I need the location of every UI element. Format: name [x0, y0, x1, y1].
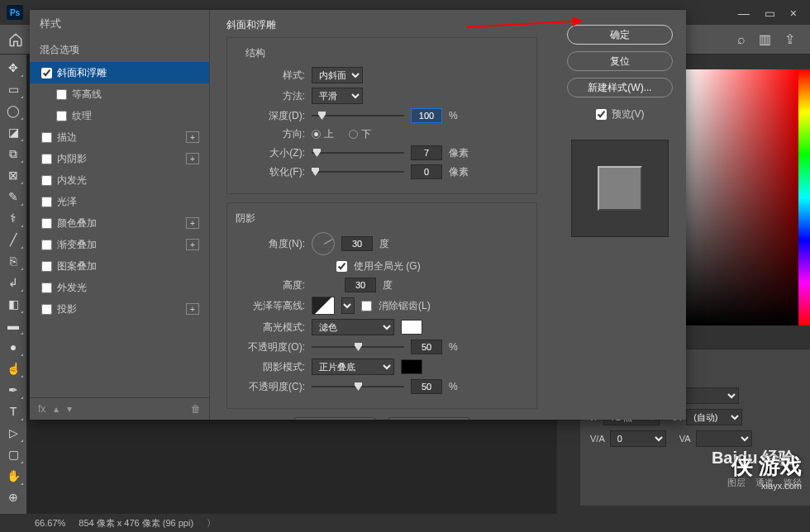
zoom-tool[interactable]: ⊕	[2, 487, 24, 507]
crop-tool[interactable]: ⧉	[2, 144, 24, 164]
tracking-select[interactable]	[696, 430, 752, 447]
highlight-mode-select[interactable]: 滤色	[312, 319, 394, 335]
move-up-icon[interactable]: ▴	[54, 403, 59, 415]
soften-slider[interactable]	[312, 166, 404, 178]
add-effect-icon[interactable]: +	[186, 153, 199, 164]
gradient-tool[interactable]: ▬	[2, 316, 24, 335]
cancel-button[interactable]: 复位	[567, 51, 673, 71]
style-item-内发光[interactable]: 内发光	[30, 169, 209, 191]
hue-slider[interactable]	[798, 69, 810, 325]
lasso-tool[interactable]: ◯	[2, 101, 24, 121]
depth-slider[interactable]	[312, 110, 404, 121]
ok-button[interactable]: 确定	[567, 25, 673, 45]
marquee-tool[interactable]: ▭	[2, 79, 24, 99]
maximize-button[interactable]: ▭	[765, 7, 775, 20]
style-checkbox[interactable]	[41, 261, 52, 272]
home-icon[interactable]	[7, 31, 25, 49]
preview-checkbox[interactable]	[596, 109, 607, 120]
style-item-渐变叠加[interactable]: 渐变叠加+	[30, 234, 209, 255]
style-item-纹理[interactable]: 纹理	[30, 105, 209, 126]
style-checkbox[interactable]	[56, 111, 67, 121]
style-item-外发光[interactable]: 外发光	[30, 277, 209, 298]
add-effect-icon[interactable]: +	[186, 239, 199, 250]
move-tool[interactable]: ✥	[2, 58, 24, 78]
style-item-描边[interactable]: 描边+	[30, 126, 209, 148]
style-item-图案叠加[interactable]: 图案叠加	[30, 255, 209, 277]
kerning-select[interactable]: 0	[610, 430, 666, 447]
size-slider[interactable]	[312, 147, 404, 159]
style-checkbox[interactable]	[41, 240, 52, 250]
highlight-color-swatch[interactable]	[401, 320, 422, 335]
status-arrow-icon[interactable]: 〉	[207, 517, 216, 530]
style-checkbox[interactable]	[41, 175, 52, 186]
altitude-input[interactable]	[345, 278, 376, 292]
angle-input[interactable]	[341, 236, 373, 251]
style-item-颜色叠加[interactable]: 颜色叠加+	[30, 212, 209, 234]
direction-down-radio[interactable]: 下	[349, 127, 371, 141]
delete-style-icon[interactable]: 🗑	[191, 403, 201, 415]
search-icon[interactable]: ⌕	[737, 32, 746, 47]
close-button[interactable]: ×	[790, 7, 797, 20]
new-style-button[interactable]: 新建样式(W)...	[567, 78, 673, 97]
global-light-checkbox[interactable]	[336, 261, 347, 272]
style-checkbox[interactable]	[41, 68, 52, 78]
add-effect-icon[interactable]: +	[186, 303, 199, 315]
shadow-color-swatch[interactable]	[401, 359, 422, 374]
shadow-mode-select[interactable]: 正片叠底	[312, 359, 394, 375]
size-input[interactable]	[411, 145, 442, 160]
style-checkbox[interactable]	[41, 304, 52, 315]
technique-select[interactable]: 平滑	[312, 88, 363, 104]
reset-default-button[interactable]: 复位为默认值	[388, 417, 469, 420]
style-checkbox[interactable]	[41, 132, 52, 143]
color-picker-panel[interactable]	[684, 69, 810, 325]
soften-input[interactable]	[411, 164, 442, 179]
style-checkbox[interactable]	[41, 283, 52, 293]
style-item-斜面和浮雕[interactable]: 斜面和浮雕	[30, 62, 209, 83]
stamp-tool[interactable]: ⎘	[2, 251, 24, 271]
move-down-icon[interactable]: ▾	[67, 403, 72, 415]
shadow-opacity-input[interactable]	[411, 379, 442, 394]
quick-select-tool[interactable]: ◪	[2, 122, 24, 142]
style-item-光泽[interactable]: 光泽	[30, 191, 209, 212]
shadow-opacity-slider[interactable]	[312, 381, 404, 392]
style-item-内阴影[interactable]: 内阴影+	[30, 148, 209, 169]
blur-tool[interactable]: ●	[2, 337, 24, 357]
blending-options-item[interactable]: 混合选项	[30, 38, 209, 62]
style-select[interactable]: 内斜面	[312, 67, 363, 83]
add-effect-icon[interactable]: +	[186, 131, 199, 143]
pen-tool[interactable]: ✒	[2, 380, 24, 400]
antialias-checkbox[interactable]	[361, 301, 372, 311]
hand-tool[interactable]: ✋	[2, 466, 24, 486]
depth-input[interactable]	[411, 108, 442, 123]
leading-select[interactable]: (自动)	[686, 409, 742, 425]
style-checkbox[interactable]	[41, 218, 52, 229]
workspace-icon[interactable]: ▥	[759, 31, 771, 47]
gloss-contour-picker[interactable]	[312, 297, 335, 315]
minimize-button[interactable]: —	[738, 7, 750, 20]
add-effect-icon[interactable]: +	[186, 217, 199, 229]
document-info[interactable]: 854 像素 x 476 像素 (96 ppi)	[79, 517, 193, 530]
style-item-等高线[interactable]: 等高线	[30, 83, 209, 105]
style-checkbox[interactable]	[41, 154, 52, 164]
gloss-contour-dropdown[interactable]	[341, 297, 355, 314]
history-brush-tool[interactable]: ↲	[2, 273, 24, 292]
type-tool[interactable]: T	[2, 401, 24, 421]
fx-menu-icon[interactable]: fx	[38, 403, 45, 415]
make-default-button[interactable]: 设置为默认值	[294, 417, 375, 420]
path-select-tool[interactable]: ▷	[2, 423, 24, 443]
angle-wheel[interactable]	[312, 232, 335, 255]
style-checkbox[interactable]	[56, 89, 67, 100]
direction-up-radio[interactable]: 上	[312, 127, 334, 141]
eraser-tool[interactable]: ◧	[2, 294, 24, 314]
dodge-tool[interactable]: ☝	[2, 359, 24, 378]
style-checkbox[interactable]	[41, 197, 52, 207]
color-field[interactable]	[684, 69, 798, 325]
brush-tool[interactable]: ╱	[2, 230, 24, 249]
zoom-level[interactable]: 66.67%	[35, 518, 65, 528]
healing-tool[interactable]: ⚕	[2, 208, 24, 228]
highlight-opacity-input[interactable]	[411, 340, 442, 354]
highlight-opacity-slider[interactable]	[312, 341, 404, 353]
style-item-投影[interactable]: 投影+	[30, 298, 209, 320]
frame-tool[interactable]: ⊠	[2, 165, 24, 185]
shape-tool[interactable]: ▢	[2, 444, 24, 464]
